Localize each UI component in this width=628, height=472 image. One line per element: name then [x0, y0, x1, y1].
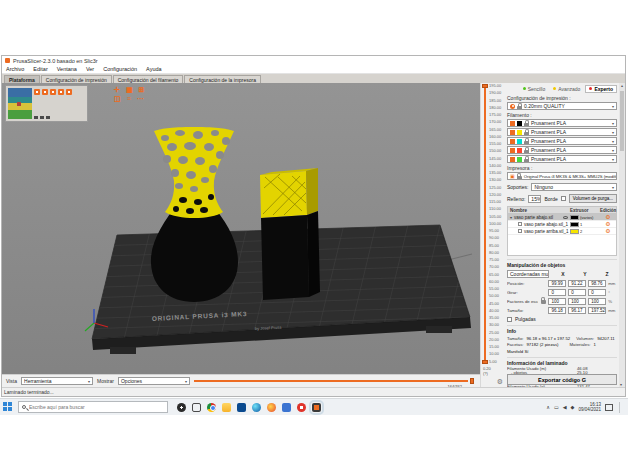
printer-select[interactable]: ▣ Original Prusa i3 MK3S & MK3S+ MMU2S (…: [507, 172, 617, 180]
mode-button[interactable]: Experto: [585, 85, 617, 93]
inches-checkbox[interactable]: [507, 317, 512, 322]
show-select[interactable]: Opciones ▾: [118, 377, 190, 385]
filament-select[interactable]: Prusament PLA ▾: [507, 155, 617, 163]
tray-expand-icon[interactable]: ∧: [546, 404, 550, 410]
filament-select[interactable]: Prusament PLA ▾: [507, 128, 617, 136]
arrange-icon[interactable]: ⊞: [139, 85, 145, 94]
menu-item[interactable]: Ayuda: [146, 66, 162, 72]
scrollbar-thumb[interactable]: [620, 91, 624, 151]
delete-object-icon[interactable]: ▦: [126, 85, 133, 94]
mini-icon[interactable]: [66, 89, 72, 95]
purge-volume-button[interactable]: Volumen de purga...: [569, 194, 617, 203]
menu-item[interactable]: Ventana: [57, 66, 77, 72]
volume-icon[interactable]: ◀: [563, 404, 567, 410]
tab[interactable]: Plataforma: [4, 75, 40, 83]
taskbar-clock[interactable]: 16:13 09/04/2021: [578, 402, 601, 412]
add-object-icon[interactable]: ✛: [114, 85, 120, 94]
menu-item[interactable]: Archivo: [6, 66, 24, 72]
chrome-icon[interactable]: [207, 403, 216, 412]
show-desktop-button[interactable]: [619, 402, 625, 413]
tab[interactable]: Configuración de la impresora: [184, 75, 261, 83]
folder-icon[interactable]: [222, 403, 231, 412]
mini-icon[interactable]: [34, 89, 40, 95]
edge-icon[interactable]: [252, 403, 261, 412]
layers-icon[interactable]: ⋯: [137, 94, 144, 103]
menu-item[interactable]: Editar: [33, 66, 47, 72]
horizontal-slider[interactable]: 164/762: [194, 377, 476, 385]
value-field-x[interactable]: 100: [548, 298, 566, 305]
pen-icon[interactable]: ◆: [571, 404, 575, 410]
opera-icon[interactable]: [297, 403, 306, 412]
start-button[interactable]: [3, 402, 13, 412]
object-row[interactable]: vaso parte arriba.stl_1 2 ⚙: [508, 228, 616, 235]
value-field-x[interactable]: 99.99: [548, 280, 566, 287]
tab[interactable]: Configuración del filamento: [113, 75, 184, 83]
value-field-z[interactable]: 98.76: [588, 280, 606, 287]
value-field-y[interactable]: 0: [568, 289, 586, 296]
expand-caret-icon[interactable]: ▾: [510, 215, 512, 220]
value-field-y[interactable]: 100: [568, 298, 586, 305]
value-field-x[interactable]: 0: [548, 289, 566, 296]
extruder-color-swatch[interactable]: [570, 222, 579, 227]
mini-icon[interactable]: [50, 89, 56, 95]
filament-select[interactable]: Prusament PLA ▾: [507, 119, 617, 127]
brim-checkbox[interactable]: [561, 196, 566, 201]
object-row[interactable]: vaso parte abajo.stl_1 1 ⚙: [508, 221, 616, 228]
scroll-up-icon[interactable]: ▴: [619, 83, 625, 88]
view-select[interactable]: Herramienta ▾: [21, 377, 93, 385]
value-field-y[interactable]: 96.17: [568, 307, 586, 314]
mini-icon[interactable]: [58, 89, 64, 95]
infill-label: Relleno:: [507, 196, 525, 202]
store-icon[interactable]: [237, 403, 246, 412]
menu-item[interactable]: Configuración: [103, 66, 137, 72]
eye-icon[interactable]: [563, 216, 568, 219]
vertical-slider[interactable]: 195.00190.00185.00180.00175.00170.00165.…: [480, 83, 504, 387]
value-field-y[interactable]: 91.22: [568, 280, 586, 287]
3d-viewport[interactable]: ORIGINAL PRUSA i3 MK3 by Josef Prusa: [2, 83, 480, 387]
value-field-z[interactable]: 0: [588, 289, 606, 296]
menu-item[interactable]: Ver: [86, 66, 94, 72]
object-settings-gear-icon[interactable]: ⚙: [600, 228, 616, 234]
object-checkbox[interactable]: [518, 229, 522, 233]
export-gcode-button[interactable]: Exportar código G: [507, 374, 617, 385]
task-view-icon[interactable]: [192, 403, 201, 412]
gear-icon[interactable]: ⚙: [497, 378, 503, 386]
taskbar-search[interactable]: [18, 401, 168, 413]
supports-select[interactable]: Ninguno ▾: [531, 183, 617, 191]
value-field-x[interactable]: 96.18: [548, 307, 566, 314]
mode-toggle: Sencillo Avanzado Experto: [507, 84, 617, 93]
object-row[interactable]: ▾ vaso parte abajo.stl (varios) ⚙: [508, 214, 616, 221]
prusaslicer-icon[interactable]: [312, 403, 321, 412]
tab[interactable]: Configuración de impresión: [41, 75, 112, 83]
object-settings-gear-icon[interactable]: ⚙: [600, 214, 616, 220]
mode-button[interactable]: Sencillo: [520, 85, 549, 93]
coordinates-select[interactable]: Coordenadas mundiales ▾: [507, 270, 549, 278]
mini-icon[interactable]: [42, 89, 48, 95]
value-field-z[interactable]: 100: [588, 298, 606, 305]
display-icon[interactable]: ▭: [554, 404, 559, 410]
filament-select[interactable]: Prusament PLA ▾: [507, 146, 617, 154]
cortana-icon[interactable]: [177, 403, 186, 412]
copy-icon[interactable]: ◫: [114, 94, 121, 103]
extruder-color-swatch[interactable]: [570, 229, 579, 234]
slider-handle[interactable]: [470, 378, 474, 384]
notification-icon[interactable]: [605, 404, 613, 411]
filament-select[interactable]: Prusament PLA ▾: [507, 137, 617, 145]
panel-scrollbar[interactable]: ▴ ▾: [619, 83, 625, 387]
search-input[interactable]: [29, 404, 164, 410]
paste-icon[interactable]: ≡: [127, 94, 131, 103]
mode-button[interactable]: Avanzado: [550, 85, 583, 93]
photos-icon[interactable]: [282, 403, 291, 412]
vertical-slider-handle-bottom[interactable]: [482, 360, 488, 364]
firefox-icon[interactable]: [267, 403, 276, 412]
infill-select[interactable]: 15% ▾: [528, 195, 541, 203]
vertical-slider-handle-top[interactable]: [482, 84, 488, 88]
extruder-color-swatch[interactable]: [570, 215, 579, 220]
object-box[interactable]: [260, 168, 320, 300]
object-checkbox[interactable]: [518, 222, 522, 226]
value-field-z[interactable]: 197.52: [588, 307, 606, 314]
print-settings-select[interactable]: 0.20mm QUALITY ▾: [507, 102, 617, 110]
object-vase[interactable]: [151, 127, 238, 302]
object-settings-gear-icon[interactable]: ⚙: [600, 221, 616, 227]
scale-lock-icon[interactable]: [541, 300, 546, 304]
